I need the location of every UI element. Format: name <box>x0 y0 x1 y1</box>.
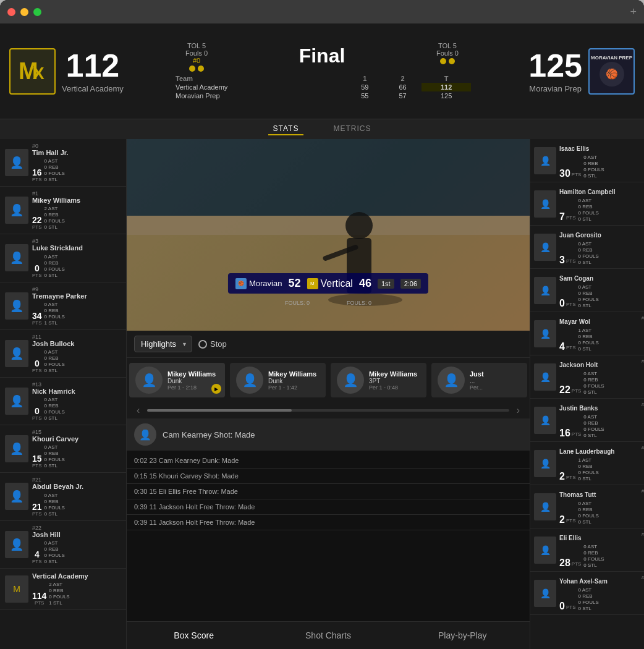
r-player-name-row: Thomas Tutt #14 <box>559 488 644 499</box>
overlay-logo1: 🏀 <box>235 278 247 289</box>
right-player-row[interactable]: 👤 Isaac Ellis #1 30 PTS 0 AST 0 REB 0 FO… <box>530 139 644 182</box>
right-player-row[interactable]: 👤 Jackson Holt #11 22 PTS 0 AST 0 REB 0 … <box>530 355 644 399</box>
highlight-action: ... <box>470 378 521 384</box>
player-avatar: 👤 <box>5 244 28 271</box>
left-sidebar: 👤 #0 Tim Hall Jr. 16 PTS 0 AST 0 REB 0 F… <box>0 139 127 649</box>
r-stat-small: 1 AST 0 REB 0 FOULS 0 STL <box>578 328 598 352</box>
r-stat-small: 0 AST 0 REB 0 FOULS 0 STL <box>578 587 598 611</box>
close-button[interactable] <box>7 8 15 16</box>
r-player-avatar: 👤 <box>534 234 556 261</box>
maximize-button[interactable] <box>33 8 41 16</box>
tab-shot-charts[interactable]: Shot Charts <box>261 622 395 649</box>
team-right-score: 125 <box>528 49 582 82</box>
tab-metrics[interactable]: METRICS <box>328 123 376 135</box>
r-stat-pts: 0 PTS <box>559 299 575 308</box>
play-item[interactable]: 0:39 11 Jackson Holt Free Throw: Made <box>127 515 530 530</box>
stat-pts: 4 PTS <box>32 550 42 564</box>
left-player-row[interactable]: 👤 #13 Nick Hamrick 0 PTS 0 AST 0 REB 0 F… <box>0 378 126 425</box>
r-player-name-row: Hamilton Campbell #2 <box>559 185 644 197</box>
player-number: #1 <box>32 190 121 197</box>
r-player-name: Isaac Ellis <box>559 145 589 152</box>
right-player-row[interactable]: 👤 Mayar Wol #10 4 PTS 1 AST 0 REB 0 FOUL… <box>530 312 644 355</box>
highlights-bar: Highlights All Plays Dunks Stop <box>127 331 530 358</box>
highlight-card[interactable]: 👤 Mikey Williams Dunk Per 1 - 2:18 ▶ <box>129 363 225 397</box>
highlight-card[interactable]: 👤 Mikey Williams 3PT Per 1 - 0:48 <box>331 363 426 397</box>
left-player-row[interactable]: 👤 #9 Tremayne Parker 34 PTS 0 AST 0 REB … <box>0 282 126 330</box>
tol-dot <box>449 58 455 64</box>
r-stat-small: 0 AST 0 REB 0 FOULS 0 STL <box>578 198 598 222</box>
team-right-score-info: 125 Moravian Prep <box>528 49 582 93</box>
player-name: Josh Bullock <box>32 340 121 348</box>
play-item[interactable]: 0:02 23 Cam Kearney Dunk: Made <box>127 453 530 469</box>
stat-pts: 21 PTS <box>32 503 42 517</box>
right-player-row[interactable]: 👤 Eli Ellis #15 28 PTS 0 AST 0 REB 0 FOU… <box>530 528 644 572</box>
overlay-time: 2:06 <box>400 279 421 289</box>
player-avatar: 👤 <box>5 292 28 320</box>
tab-box-score[interactable]: Box Score <box>127 622 261 649</box>
scroll-left-arrow[interactable]: ‹ <box>134 405 142 416</box>
highlight-card[interactable]: 👤 Just ... Per... <box>431 363 527 397</box>
team-logo-small: M <box>5 575 28 603</box>
scroll-right-arrow[interactable]: › <box>514 405 522 416</box>
r-player-name: Thomas Tutt <box>559 491 596 498</box>
r-player-info: Isaac Ellis #1 30 PTS 0 AST 0 REB 0 FOUL… <box>559 142 644 179</box>
r-player-avatar: 👤 <box>534 363 556 391</box>
right-player-row[interactable]: 👤 Juan Gorosito #3 3 PTS 0 AST 0 REB 0 F… <box>530 226 644 269</box>
app-window: + M X 112 Vertical Academy TOL 5 Fouls 0 <box>0 0 644 649</box>
highlight-player: Mikey Williams <box>268 370 320 378</box>
highlight-time: Per... <box>470 384 521 391</box>
r-stat-pts: 2 PTS <box>559 515 575 525</box>
player-name: Mikey Williams <box>32 197 121 205</box>
stat-pts: 34 PTS <box>32 312 42 326</box>
highlight-thumb: 👤 <box>438 367 465 394</box>
r-player-name-row: Isaac Ellis #1 <box>559 142 644 153</box>
left-player-row[interactable]: 👤 #11 Josh Bullock 0 PTS 0 AST 0 REB 0 F… <box>0 330 126 378</box>
tab-play-by-play[interactable]: Play-by-Play <box>396 622 530 649</box>
new-tab-button[interactable]: + <box>630 6 637 19</box>
left-player-row[interactable]: 👤 #0 Tim Hall Jr. 16 PTS 0 AST 0 REB 0 F… <box>0 139 126 187</box>
right-player-row[interactable]: 👤 Lane Lauderbaugh #13 2 PTS 1 AST 0 REB… <box>530 442 644 485</box>
r-player-name: Eli Ellis <box>559 535 582 541</box>
r-player-avatar: 👤 <box>534 320 556 347</box>
right-player-row[interactable]: 👤 Thomas Tutt #14 2 PTS 0 AST 0 REB 0 FO… <box>530 485 644 528</box>
stop-button[interactable]: Stop <box>198 339 227 349</box>
right-player-row[interactable]: 👤 Sam Cogan #5 0 PTS 0 AST 0 REB 0 FOULS… <box>530 269 644 312</box>
player-number: #21 <box>32 477 121 483</box>
team-total-row: M Vertical Academy 114 PTS 2 AST 0 REB 0… <box>0 569 126 610</box>
team-left-name: Vertical Academy <box>62 84 124 93</box>
play-item[interactable]: 0:15 15 Khouri Carvey Shot: Made <box>127 469 530 484</box>
highlight-card[interactable]: 👤 Mikey Williams Dunk Per 1 - 1:42 <box>230 363 326 397</box>
video-fouls1: FOULS: 0 <box>285 300 310 306</box>
overlay-logo2: M <box>307 278 318 289</box>
right-player-row[interactable]: 👤 Justin Banks #13 16 PTS 0 AST 0 REB 0 … <box>530 399 644 442</box>
r-player-num: #20 <box>642 575 644 580</box>
player-number: #15 <box>32 429 121 435</box>
r-player-name-row: Mayar Wol #10 <box>559 315 644 326</box>
play-log-featured-text: Cam Kearney Shot: Made <box>163 430 255 439</box>
tab-stats[interactable]: STATS <box>268 123 304 135</box>
r-player-name: Lane Lauderbaugh <box>559 448 614 455</box>
video-area[interactable]: 🏀 Moravian 52 M Vertical 46 1st 2:06 <box>127 139 530 331</box>
player-name: Nick Hamrick <box>32 388 121 396</box>
bottom-tabs: Box Score Shot Charts Play-by-Play <box>127 621 530 649</box>
right-player-row[interactable]: 👤 Yohan Axel-Sam #20 0 PTS 0 AST 0 REB 0… <box>530 572 644 615</box>
left-player-row[interactable]: 👤 #1 Mikey Williams 22 PTS 2 AST 0 REB 0… <box>0 187 126 234</box>
r-stat-small: 0 AST 0 REB 0 FOULS 0 STL <box>583 544 604 568</box>
r-player-info: Justin Banks #13 16 PTS 0 AST 0 REB 0 FO… <box>559 402 644 438</box>
player-number: #9 <box>32 286 121 292</box>
left-player-row[interactable]: 👤 #22 Josh Hill 4 PTS 0 AST 0 REB 0 FOUL… <box>0 521 126 569</box>
play-item[interactable]: 0:39 11 Jackson Holt Free Throw: Made <box>127 499 530 515</box>
left-player-row[interactable]: 👤 #21 Abdul Beyah Jr. 21 PTS 0 AST 0 REB… <box>0 473 126 520</box>
play-icon[interactable]: ▶ <box>211 384 221 394</box>
tol-dot <box>198 66 204 72</box>
stat-small: 0 AST 0 REB 0 FOULS 0 STL <box>44 493 65 517</box>
left-player-row[interactable]: 👤 #15 Khouri Carvey 15 PTS 0 AST 0 REB 0… <box>0 425 126 473</box>
play-item[interactable]: 0:30 15 Eli Ellis Free Throw: Made <box>127 484 530 499</box>
minimize-button[interactable] <box>20 8 28 16</box>
r-stat-pts: 0 PTS <box>559 601 575 611</box>
r-stat-small: 0 AST 0 REB 0 FOULS 0 STL <box>583 155 604 179</box>
left-player-row[interactable]: 👤 #3 Luke Strickland 0 PTS 0 AST 0 REB 0… <box>0 234 126 282</box>
highlights-dropdown[interactable]: Highlights All Plays Dunks <box>134 336 192 352</box>
right-player-row[interactable]: 👤 Hamilton Campbell #2 7 PTS 0 AST 0 REB… <box>530 182 644 226</box>
overlay-score1: 52 <box>288 277 300 290</box>
